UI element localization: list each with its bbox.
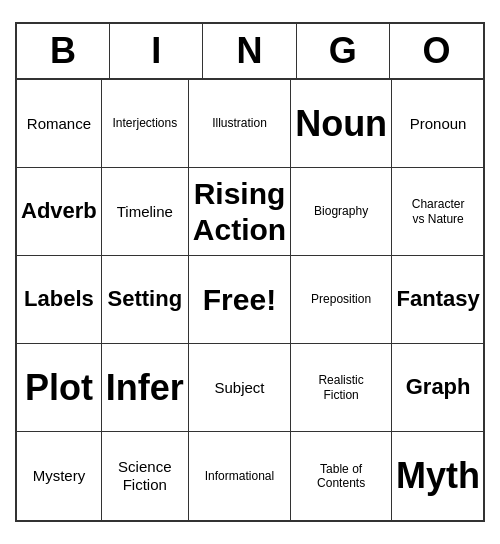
bingo-cell: Illustration	[189, 80, 291, 168]
cell-text: RisingAction	[193, 176, 286, 248]
cell-text: Free!	[203, 282, 276, 318]
cell-text: Labels	[24, 286, 94, 312]
bingo-cell: Infer	[102, 344, 189, 432]
bingo-cell: Romance	[17, 80, 102, 168]
bingo-cell: Labels	[17, 256, 102, 344]
bingo-letter: O	[390, 24, 483, 78]
bingo-cell: Timeline	[102, 168, 189, 256]
cell-text: Noun	[295, 102, 387, 145]
cell-text: Illustration	[212, 116, 267, 130]
bingo-cell: Free!	[189, 256, 291, 344]
bingo-letter: I	[110, 24, 203, 78]
cell-text: Charactervs Nature	[412, 197, 465, 226]
bingo-cell: Pronoun	[392, 80, 484, 168]
bingo-header: BINGO	[17, 24, 483, 80]
cell-text: Adverb	[21, 198, 97, 224]
cell-text: Subject	[214, 379, 264, 397]
cell-text: ScienceFiction	[118, 458, 171, 494]
cell-text: Infer	[106, 366, 184, 409]
cell-text: Plot	[25, 366, 93, 409]
bingo-cell: Charactervs Nature	[392, 168, 484, 256]
bingo-grid: RomanceInterjectionsIllustrationNounPron…	[17, 80, 483, 520]
bingo-cell: RisingAction	[189, 168, 291, 256]
bingo-cell: Interjections	[102, 80, 189, 168]
cell-text: Interjections	[112, 116, 177, 130]
bingo-cell: Informational	[189, 432, 291, 520]
cell-text: Informational	[205, 469, 274, 483]
cell-text: Preposition	[311, 292, 371, 306]
cell-text: Table ofContents	[317, 462, 365, 491]
bingo-cell: ScienceFiction	[102, 432, 189, 520]
bingo-cell: RealisticFiction	[291, 344, 392, 432]
cell-text: Timeline	[117, 203, 173, 221]
cell-text: Romance	[27, 115, 91, 133]
cell-text: Mystery	[33, 467, 86, 485]
bingo-cell: Graph	[392, 344, 484, 432]
bingo-cell: Adverb	[17, 168, 102, 256]
bingo-cell: Setting	[102, 256, 189, 344]
bingo-cell: Table ofContents	[291, 432, 392, 520]
bingo-cell: Fantasy	[392, 256, 484, 344]
bingo-cell: Preposition	[291, 256, 392, 344]
cell-text: Graph	[406, 374, 471, 400]
cell-text: Fantasy	[397, 286, 480, 312]
cell-text: Myth	[396, 454, 480, 497]
bingo-letter: N	[203, 24, 296, 78]
bingo-card: BINGO RomanceInterjectionsIllustrationNo…	[15, 22, 485, 522]
cell-text: RealisticFiction	[318, 373, 363, 402]
bingo-cell: Biography	[291, 168, 392, 256]
bingo-letter: B	[17, 24, 110, 78]
cell-text: Biography	[314, 204, 368, 218]
bingo-letter: G	[297, 24, 390, 78]
bingo-cell: Noun	[291, 80, 392, 168]
cell-text: Setting	[108, 286, 183, 312]
cell-text: Pronoun	[410, 115, 467, 133]
bingo-cell: Plot	[17, 344, 102, 432]
bingo-cell: Subject	[189, 344, 291, 432]
bingo-cell: Myth	[392, 432, 484, 520]
bingo-cell: Mystery	[17, 432, 102, 520]
